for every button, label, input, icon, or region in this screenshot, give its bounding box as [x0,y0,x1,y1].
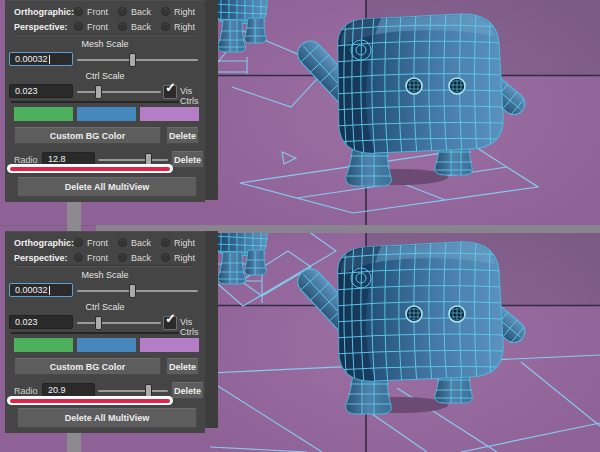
perspective-label: Perspective: [14,22,74,32]
delete-color-button[interactable]: Delete [166,358,199,375]
ctrl-scale-slider-handle[interactable] [95,85,102,99]
radio-slider[interactable] [98,159,168,161]
bg-color-swatch-blue[interactable] [77,338,136,352]
ctrl-scale-slider-handle[interactable] [95,316,102,330]
mesh-scale-value: 0.00032 [15,54,48,64]
separator [15,265,195,267]
bg-color-swatch-green[interactable] [14,338,73,352]
mesh-scale-row: 0.00032 [5,52,205,68]
radio-icon[interactable] [74,7,83,16]
check-icon: ✓ [165,80,176,95]
radio-icon[interactable] [161,7,170,16]
ctrl-scale-input[interactable]: 0.023 [9,84,73,98]
radio-icon[interactable] [118,22,127,31]
radio-icon[interactable] [74,253,83,262]
bg-color-buttons-row: Custom BG Color Delete [14,127,199,144]
panel-grip-top[interactable] [67,202,81,231]
ortho-radio-front[interactable]: Front [74,7,108,17]
delete-all-row: Delete All MultiView [17,177,197,197]
separator [15,34,195,36]
delete-all-row: Delete All MultiView [17,408,197,428]
mesh-scale-label: Mesh Scale [5,39,205,49]
radio-label: Right [174,238,195,248]
mesh-scale-row: 0.00032 [5,283,205,299]
persp-radio-front[interactable]: Front [74,253,108,263]
ortho-radio-right[interactable]: Right [161,7,195,17]
persp-radio-back[interactable]: Back [118,253,151,263]
bg-color-swatch-purple[interactable] [140,107,199,121]
radio-value-input[interactable]: 20.9 [42,383,95,397]
radio-value: 20.9 [48,385,66,395]
persp-radio-right[interactable]: Right [161,22,195,32]
ctrl-scale-slider[interactable] [77,91,161,93]
mesh-scale-slider[interactable] [77,290,198,292]
bg-color-buttons-row: Custom BG Color Delete [14,358,199,375]
separator [11,101,179,103]
perspective-row: Perspective: Front Back Right [5,251,205,264]
radio-icon[interactable] [118,238,127,247]
radio-icon[interactable] [74,238,83,247]
radio-icon[interactable] [161,238,170,247]
bg-color-swatch-purple[interactable] [140,338,199,352]
red-line [10,399,170,403]
panel-grip-bottom[interactable] [67,430,81,452]
radio-value: 12.8 [48,154,66,164]
persp-radio-front[interactable]: Front [74,22,108,32]
mesh-scale-input[interactable]: 0.00032 [9,283,73,297]
persp-radio-back[interactable]: Back [118,22,151,32]
orthographic-row: Orthographic: Front Back Right [5,5,205,18]
ortho-radio-back[interactable]: Back [118,7,151,17]
radio-icon[interactable] [161,22,170,31]
vis-ctrls-label: Vis Ctrls [180,317,205,337]
vis-ctrls-checkbox[interactable]: ✓ [163,316,177,330]
orthographic-row: Orthographic: Front Back Right [5,236,205,249]
ortho-radio-front[interactable]: Front [74,238,108,248]
ctrl-scale-slider[interactable] [77,322,161,324]
bg-color-swatch-blue[interactable] [77,107,136,121]
radio-label: Back [131,22,151,32]
maya-multiview-screenshot: { "panel_top": { "orthographic_label": "… [0,0,600,452]
delete-color-button[interactable]: Delete [166,127,199,144]
custom-bg-color-button[interactable]: Custom BG Color [14,127,161,144]
ctrl-scale-input[interactable]: 0.023 [9,315,73,329]
mesh-scale-value: 0.00032 [15,285,48,295]
panel-edge-strip-top [205,0,218,200]
radio-icon[interactable] [118,7,127,16]
delete-all-multiview-button[interactable]: Delete All MultiView [17,408,197,428]
radio-label: Back [131,7,151,17]
bg-color-swatch-green[interactable] [14,107,73,121]
mesh-scale-slider-handle[interactable] [129,53,136,67]
radio-icon[interactable] [161,253,170,262]
radio-delete-button[interactable]: Delete [171,151,204,168]
text-caret [49,55,50,64]
red-line [10,167,170,171]
bg-color-swatches [14,107,199,121]
radio-slider[interactable] [98,390,168,392]
vis-ctrls-checkbox[interactable]: ✓ [163,85,177,99]
radio-row-label: Radio [14,386,38,396]
orthographic-label: Orthographic: [14,7,74,17]
radio-label: Right [174,253,195,263]
ortho-radio-right[interactable]: Right [161,238,195,248]
radio-label: Right [174,22,195,32]
persp-radio-right[interactable]: Right [161,253,195,263]
radio-icon[interactable] [74,22,83,31]
perspective-label: Perspective: [14,253,74,263]
radio-label: Right [174,7,195,17]
radio-label: Back [131,238,151,248]
mesh-scale-slider[interactable] [77,59,198,61]
mesh-scale-slider-handle[interactable] [129,284,136,298]
bg-color-swatches [14,338,199,352]
separator [11,332,179,334]
text-caret [49,286,50,295]
vis-ctrls-label: Vis Ctrls [180,86,205,106]
radio-icon[interactable] [118,253,127,262]
ctrl-scale-row: 0.023 ✓ Vis Ctrls [5,84,205,100]
ctrl-scale-row: 0.023 ✓ Vis Ctrls [5,315,205,331]
mesh-scale-label: Mesh Scale [5,270,205,280]
radio-delete-button[interactable]: Delete [171,382,204,399]
custom-bg-color-button[interactable]: Custom BG Color [14,358,161,375]
delete-all-multiview-button[interactable]: Delete All MultiView [17,177,197,197]
ortho-radio-back[interactable]: Back [118,238,151,248]
mesh-scale-input[interactable]: 0.00032 [9,52,73,66]
